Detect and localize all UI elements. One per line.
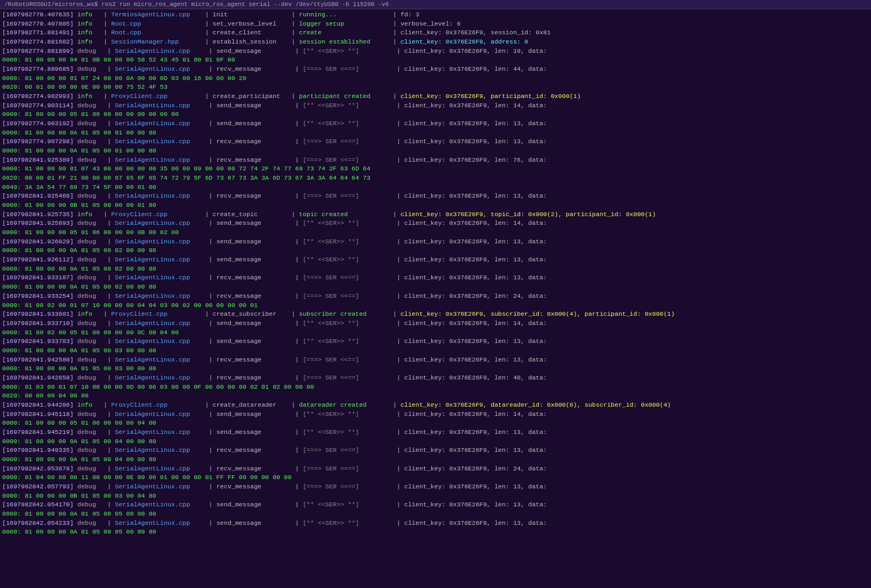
- log-line: [1697982774.889685] debug | SerialAgentL…: [2, 65, 869, 74]
- log-line: [1697982841.942580] debug | SerialAgentL…: [2, 356, 869, 365]
- log-line: 0000: 81 04 00 08 08 11 00 00 00 0E 00 0…: [2, 473, 869, 482]
- log-line: 0000: 81 80 02 00 05 01 06 00 00 00 0C 0…: [2, 328, 869, 338]
- log-line: 0000: 81 00 00 00 05 01 06 00 00 00 00 0…: [2, 110, 869, 119]
- log-line: [1697982774.902993] info | ProxyClient.c…: [2, 92, 869, 101]
- terminal: [1697982770.407635] info | TermiosAgentL…: [0, 9, 871, 538]
- log-line: [1697982841.933601] info | ProxyClient.c…: [2, 310, 869, 319]
- log-line: [1697982774.881899] debug | SerialAgentL…: [2, 47, 869, 56]
- log-line: 0020: 00 01 00 00 00 0E 00 00 00 75 52 4…: [2, 83, 869, 92]
- log-line: 0040: 3A 3A 54 77 69 73 74 5F 00 00 01 0…: [2, 183, 869, 192]
- log-line: 0000: 81 03 00 01 07 10 00 00 00 0D 00 0…: [2, 383, 869, 392]
- log-line: [1697982841.949335] debug | SerialAgentL…: [2, 446, 869, 455]
- log-line: 0020: 00 00 01 FF 21 00 00 00 67 65 6F 6…: [2, 174, 869, 183]
- log-line: 0000: 81 00 00 00 05 01 06 00 00 00 0B 0…: [2, 228, 869, 237]
- log-line: [1697982841.933187] debug | SerialAgentL…: [2, 273, 869, 283]
- log-line: 0000: 81 00 00 00 0A 01 05 00 03 00 00 8…: [2, 364, 869, 373]
- log-line: 0000: 81 00 00 00 0A 01 05 00 02 00 00 8…: [2, 246, 869, 255]
- log-line: [1697982841.945219] debug | SerialAgentL…: [2, 428, 869, 437]
- log-line: [1697982841.933710] debug | SerialAgentL…: [2, 319, 869, 328]
- log-line: 0000: 81 00 00 00 0B 01 05 00 03 00 04 8…: [2, 492, 869, 501]
- log-line: [1697982774.881602] info | SessionManage…: [2, 38, 869, 47]
- log-line: 0000: 81 00 00 00 0A 01 05 00 02 00 00 8…: [2, 265, 869, 274]
- log-line: 0000: 81 00 02 00 01 07 10 00 00 00 04 0…: [2, 301, 869, 310]
- log-line: 0000: 81 00 00 00 04 01 0B 00 00 00 58 5…: [2, 56, 869, 65]
- log-line: 0000: 81 00 00 00 0A 01 05 00 02 00 00 8…: [2, 283, 869, 292]
- log-line: 0000: 81 00 00 00 0A 01 05 00 01 00 00 8…: [2, 128, 869, 138]
- log-line: [1697982770.407635] info | TermiosAgentL…: [2, 10, 869, 20]
- log-line: 0020: 00 00 00 04 00 00: [2, 391, 869, 401]
- log-line: [1697982842.054170] debug | SerialAgentL…: [2, 500, 869, 510]
- log-line: [1697982842.054233] debug | SerialAgentL…: [2, 519, 869, 528]
- log-line: [1697982841.925893] debug | SerialAgentL…: [2, 219, 869, 228]
- log-line: 0000: 81 00 00 00 0B 01 05 00 00 00 01 8…: [2, 201, 869, 210]
- log-line: [1697982841.926029] debug | SerialAgentL…: [2, 237, 869, 247]
- log-line: 0000: 81 00 00 00 0A 01 05 00 03 00 00 8…: [2, 346, 869, 356]
- log-line: 0000: 81 00 00 00 01 07 43 00 00 00 00 0…: [2, 164, 869, 174]
- log-line: 0000: 81 00 00 00 0A 01 05 00 05 00 00 8…: [2, 528, 869, 537]
- log-line: [1697982771.881491] info | Root.cpp | cr…: [2, 28, 869, 38]
- log-line: [1697982841.925469] debug | SerialAgentL…: [2, 192, 869, 201]
- log-line: [1697982842.057793] debug | SerialAgentL…: [2, 482, 869, 492]
- log-line: 0000: 81 00 00 00 0A 01 05 00 01 00 00 8…: [2, 146, 869, 156]
- log-line: [1697982774.903114] debug | SerialAgentL…: [2, 101, 869, 111]
- log-line: [1697982841.933254] debug | SerialAgentL…: [2, 292, 869, 301]
- log-line: [1697982770.407805] info | Root.cpp | se…: [2, 20, 869, 29]
- log-line: 0000: 81 00 00 00 01 07 24 00 00 0A 00 0…: [2, 74, 869, 83]
- title-bar: /RobotUROSGUI/microros_ws$ ros2 run micr…: [0, 0, 871, 9]
- log-line: [1697982841.926112] debug | SerialAgentL…: [2, 255, 869, 265]
- log-line: [1697982841.933783] debug | SerialAgentL…: [2, 337, 869, 346]
- log-line: 0000: 81 00 00 00 0A 01 05 00 05 00 00 8…: [2, 510, 869, 519]
- log-line: [1697982774.907298] debug | SerialAgentL…: [2, 137, 869, 146]
- log-line: [1697982841.942658] debug | SerialAgentL…: [2, 373, 869, 383]
- log-line: 0000: 81 00 00 00 05 01 06 00 00 00 04 0…: [2, 419, 869, 428]
- log-line: [1697982841.944206] info | ProxyClient.c…: [2, 401, 869, 410]
- log-line: [1697982842.053678] debug | SerialAgentL…: [2, 464, 869, 474]
- log-line: 0000: 81 00 00 00 0A 01 05 00 04 00 00 8…: [2, 455, 869, 464]
- title-text: /RobotUROSGUI/microros_ws$ ros2 run micr…: [4, 1, 389, 8]
- log-line: [1697982841.925389] debug | SerialAgentL…: [2, 156, 869, 165]
- log-line: 0000: 81 00 00 00 0A 01 05 00 04 00 00 8…: [2, 437, 869, 446]
- log-line: [1697982841.925735] info | ProxyClient.c…: [2, 210, 869, 219]
- log-line: [1697982841.945118] debug | SerialAgentL…: [2, 410, 869, 419]
- log-line: [1697982774.903192] debug | SerialAgentL…: [2, 119, 869, 128]
